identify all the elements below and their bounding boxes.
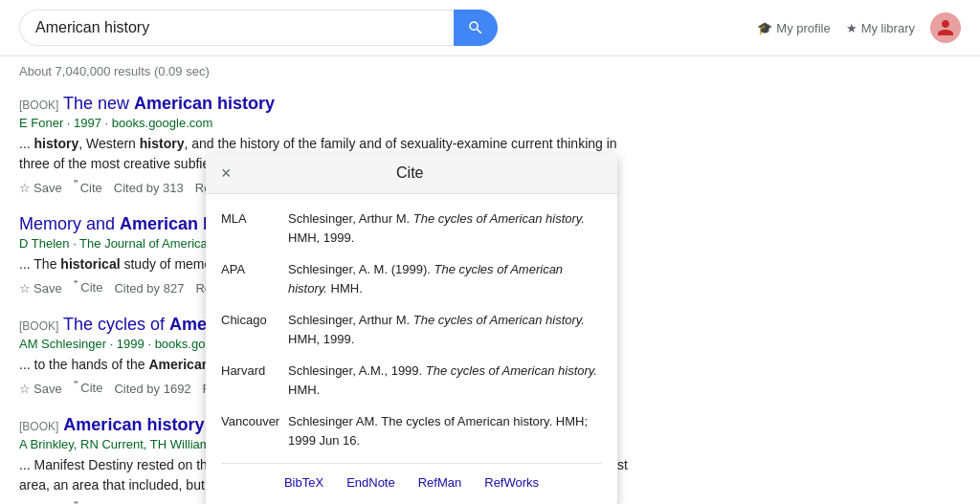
search-input[interactable] [19,10,454,46]
cite-text-chicago: Schlesinger, Arthur M. The cycles of Ame… [288,311,602,348]
cite-button-1[interactable]: 𝄒𝄒 Cite [74,180,102,195]
star-icon: ☆ [19,181,31,195]
save-button-3[interactable]: ☆ Save [19,382,62,396]
endnote-link[interactable]: EndNote [346,475,395,490]
my-library-label: My library [861,21,915,35]
person-icon [936,18,955,37]
book-tag: [BOOK] [19,420,58,433]
title-highlight: American history [134,94,275,113]
refman-link[interactable]: RefMan [418,475,462,490]
cite-button-2[interactable]: 𝄒𝄒 Cite [74,280,103,296]
refworks-link[interactable]: RefWorks [484,475,539,490]
cite-row-harvard: Harvard Schlesinger, A.M., 1999. The cyc… [221,362,602,399]
close-button[interactable]: × [221,164,232,182]
cite-row-apa: APA Schlesinger, A. M. (1999). The cycle… [221,260,602,297]
cite-modal-title: Cite [243,164,577,182]
cite-row-vancouver: Vancouver Schlesinger AM. The cycles of … [221,412,602,449]
result-title-1[interactable]: [BOOK] The new American history [19,94,651,114]
header-actions: 🎓 My profile ★ My library [757,12,961,43]
book-tag: [BOOK] [19,99,58,112]
cite-export-links: BibTeX EndNote RefMan RefWorks [221,475,602,490]
save-button-2[interactable]: ☆ Save [19,281,62,296]
my-library-link[interactable]: ★ My library [846,21,915,35]
cite-text-vancouver: Schlesinger AM. The cycles of American h… [288,412,602,449]
result-author-1: E Foner · 1997 · books.google.com [19,116,651,130]
book-tag: [BOOK] [19,319,58,333]
avatar[interactable] [930,12,961,43]
cite-modal: × Cite MLA Schlesinger, Arthur M. The cy… [206,153,617,504]
star-icon: ☆ [19,281,31,296]
cited-by-2[interactable]: Cited by 827 [114,281,184,296]
cite-style-apa: APA [221,260,288,297]
cite-style-harvard: Harvard [221,362,288,399]
my-profile-label: My profile [776,21,830,35]
cite-icon: 𝄒𝄒 [74,180,78,195]
save-button-1[interactable]: ☆ Save [19,181,62,195]
bibtex-link[interactable]: BibTeX [284,475,323,490]
star-nav-icon: ★ [846,21,858,35]
cite-modal-header: × Cite [206,153,617,194]
cite-style-vancouver: Vancouver [221,412,288,449]
cite-body: MLA Schlesinger, Arthur M. The cycles of… [206,194,617,504]
search-icon [467,19,484,36]
cite-divider [221,463,602,464]
my-profile-link[interactable]: 🎓 My profile [757,21,830,35]
cite-text-harvard: Schlesinger, A.M., 1999. The cycles of A… [288,362,602,399]
title-highlight: American history [63,415,204,434]
cited-by-3[interactable]: Cited by 1692 [114,382,190,396]
search-button[interactable] [454,10,498,46]
cite-row-chicago: Chicago Schlesinger, Arthur M. The cycle… [221,311,602,348]
star-icon: ☆ [19,382,31,396]
cite-text-apa: Schlesinger, A. M. (1999). The cycles of… [288,260,602,297]
search-bar [19,10,498,46]
graduation-icon: 🎓 [757,21,772,35]
cite-text-mla: Schlesinger, Arthur M. The cycles of Ame… [288,209,602,247]
results-info: About 7,040,000 results (0.09 sec) [19,64,651,78]
cite-style-mla: MLA [221,209,288,247]
cite-row-mla: MLA Schlesinger, Arthur M. The cycles of… [221,209,602,247]
cite-style-chicago: Chicago [221,311,288,348]
cited-by-1[interactable]: Cited by 313 [114,181,184,195]
cite-button-3[interactable]: 𝄒𝄒 Cite [74,381,103,396]
header: 🎓 My profile ★ My library [0,0,980,56]
